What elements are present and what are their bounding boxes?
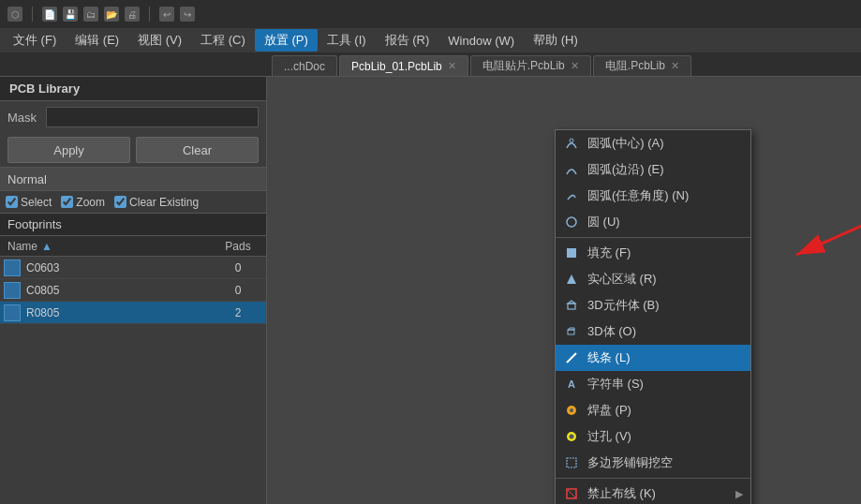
open-icon[interactable]: 📂 [104, 7, 119, 22]
3d-component-icon [563, 297, 580, 314]
tab-schdoc[interactable]: ...chDoc [272, 55, 337, 76]
menu-keepout[interactable]: 禁止布线 (K) ▶ [556, 481, 750, 504]
sep2 [149, 7, 150, 22]
print-icon[interactable]: 🖨 [125, 7, 140, 22]
table-row[interactable]: C0603 0 [0, 257, 266, 279]
fill-icon [563, 245, 580, 261]
chk-zoom-input[interactable] [61, 196, 73, 208]
row-icon-r0805 [4, 304, 21, 321]
table-row[interactable]: R0805 2 [0, 302, 266, 324]
keepout-icon [563, 485, 580, 502]
arc-edge-icon [563, 161, 580, 178]
menu-track[interactable]: 线条 (L) [556, 345, 750, 371]
menu-string[interactable]: A 字符串 (S) [556, 371, 750, 397]
row-icon-c0805 [4, 282, 21, 299]
checkbox-row: Select Zoom Clear Existing [0, 191, 266, 214]
menu-arc-edge-label: 圆弧(边沿) (E) [587, 161, 743, 178]
menu-solid-region[interactable]: 实心区域 (R) [556, 266, 750, 292]
menu-arc-center[interactable]: 圆弧(中心) (A) [556, 130, 750, 156]
svg-marker-5 [568, 301, 575, 304]
tab-pcblib-resistor-label: 电阻贴片.PcbLib [482, 58, 565, 74]
save-all-icon[interactable]: 🗂 [83, 7, 98, 22]
menu-fill[interactable]: 填充 (F) [556, 240, 750, 266]
apply-button[interactable]: Apply [7, 137, 130, 163]
menu-arc-edge[interactable]: 圆弧(边沿) (E) [556, 156, 750, 183]
menu-tools[interactable]: 工具 (I) [318, 29, 376, 52]
menu-polygon-cutout-label: 多边形铺铜挖空 [587, 454, 743, 471]
svg-rect-2 [567, 248, 576, 258]
menu-circle[interactable]: 圆 (U) [556, 209, 750, 235]
menu-arc-any[interactable]: 圆弧(任意角度) (N) [556, 183, 750, 209]
menu-window[interactable]: Window (W) [438, 31, 524, 51]
chk-clear-existing-label: Clear Existing [129, 196, 199, 209]
sort-arrow-icon: ▲ [41, 240, 52, 253]
menu-fill-label: 填充 (F) [587, 245, 743, 261]
tab-pcblib01[interactable]: PcbLib_01.PcbLib ✕ [339, 55, 468, 76]
menu-view[interactable]: 视图 (V) [128, 29, 191, 52]
svg-rect-6 [568, 330, 574, 334]
chk-clear-existing: Clear Existing [114, 196, 199, 209]
tab-pcblib-resistor[interactable]: 电阻贴片.PcbLib ✕ [470, 55, 591, 76]
row-pads-r0805: 2 [210, 306, 266, 319]
tab-pcblib-res[interactable]: 电阻.PcbLib ✕ [593, 55, 691, 76]
menu-3d-body[interactable]: 3D体 (O) [556, 319, 750, 345]
divider1 [556, 237, 750, 238]
chk-zoom: Zoom [61, 196, 105, 209]
right-panel: 圆弧(中心) (A) 圆弧(边沿) (E) 圆弧(任意角度) (N) 圆 (U) [267, 77, 861, 504]
solid-region-icon [563, 271, 580, 288]
tab-pcblib01-close[interactable]: ✕ [448, 60, 456, 72]
left-panel: PCB Library Mask Apply Clear Normal Sele… [0, 77, 267, 504]
menu-help[interactable]: 帮助 (H) [524, 29, 587, 52]
chk-clear-existing-input[interactable] [114, 196, 126, 208]
menu-track-label: 线条 (L) [587, 349, 743, 366]
undo-icon[interactable]: ↩ [159, 7, 174, 22]
menu-3d-component[interactable]: 3D元件体 (B) [556, 292, 750, 319]
menu-project[interactable]: 工程 (C) [191, 29, 255, 52]
menu-keepout-label: 禁止布线 (K) [587, 485, 728, 502]
circle-icon [563, 214, 580, 230]
col-pads-header: Pads [210, 240, 266, 253]
sep1 [32, 7, 33, 22]
footprints-label: Footprints [7, 217, 62, 231]
svg-point-0 [570, 139, 573, 142]
menu-file[interactable]: 文件 (F) [4, 29, 66, 52]
keepout-submenu-arrow: ▶ [735, 488, 743, 500]
tab-bar: ...chDoc PcbLib_01.PcbLib ✕ 电阻贴片.PcbLib … [0, 52, 861, 77]
save-icon[interactable]: 💾 [63, 7, 78, 22]
polygon-cutout-icon [563, 454, 580, 471]
menu-reports[interactable]: 报告 (R) [376, 29, 439, 52]
redo-icon[interactable]: ↪ [180, 7, 195, 22]
place-dropdown-menu: 圆弧(中心) (A) 圆弧(边沿) (E) 圆弧(任意角度) (N) 圆 (U) [555, 129, 751, 504]
row-pads-c0603: 0 [210, 261, 266, 274]
menu-edit[interactable]: 编辑 (E) [66, 29, 128, 52]
title-bar: ⬡ 📄 💾 🗂 📂 🖨 ↩ ↪ [0, 0, 861, 28]
mask-input[interactable] [46, 107, 259, 127]
btn-row: Apply Clear [0, 133, 266, 167]
via-icon [563, 428, 580, 445]
arc-any-icon [563, 187, 580, 204]
svg-point-1 [567, 217, 576, 227]
svg-line-8 [567, 353, 576, 363]
menu-via[interactable]: 过孔 (V) [556, 423, 750, 450]
tab-pcblib-resistor-close[interactable]: ✕ [571, 60, 579, 72]
svg-line-15 [567, 489, 576, 498]
mask-label: Mask [7, 111, 40, 125]
svg-marker-3 [567, 274, 576, 284]
menu-place[interactable]: 放置 (P) [255, 29, 318, 52]
menu-pad[interactable]: 焊盘 (P) [556, 397, 750, 423]
menu-solid-region-label: 实心区域 (R) [587, 271, 743, 288]
pad-icon [563, 402, 580, 419]
table-row[interactable]: C0805 0 [0, 279, 266, 302]
menu-3d-body-label: 3D体 (O) [587, 323, 743, 340]
new-file-icon[interactable]: 📄 [42, 7, 57, 22]
svg-point-10 [570, 408, 573, 412]
tab-pcblib-res-close[interactable]: ✕ [671, 60, 679, 72]
chk-select-input[interactable] [6, 196, 18, 208]
svg-marker-7 [568, 328, 574, 330]
svg-rect-4 [568, 304, 575, 309]
menu-polygon-cutout[interactable]: 多边形铺铜挖空 [556, 450, 750, 476]
clear-button[interactable]: Clear [136, 137, 259, 163]
svg-point-12 [570, 435, 574, 439]
menu-pad-label: 焊盘 (P) [587, 402, 743, 419]
arc-center-icon [563, 135, 580, 152]
